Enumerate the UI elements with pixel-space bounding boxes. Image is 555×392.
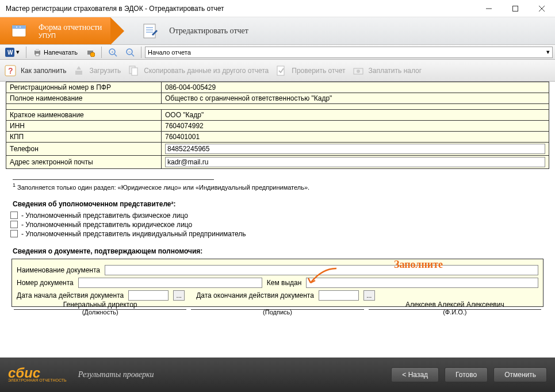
sign-position-sub: (Должность) xyxy=(12,309,189,316)
print-button[interactable]: Напечатать xyxy=(30,46,81,59)
sign-position: Генеральный директор xyxy=(12,301,189,309)
enddate-input[interactable] xyxy=(319,290,359,301)
copy-icon xyxy=(127,64,140,78)
howto-button[interactable]: ? Как заполнить xyxy=(3,64,66,78)
docnum-input[interactable] xyxy=(78,278,262,288)
document-area: Регистрационный номер в ПФР086-004-00542… xyxy=(0,82,555,351)
pay-tax-button[interactable]: Заплатить налог xyxy=(351,64,422,78)
edit-icon xyxy=(139,20,162,43)
svg-rect-29 xyxy=(132,68,137,75)
enddate-picker-button[interactable]: ... xyxy=(363,290,375,301)
shortname-value[interactable]: ООО "Кадр" xyxy=(162,110,549,121)
phone-label: Телефон xyxy=(6,143,162,156)
inn-value[interactable]: 7604074992 xyxy=(162,121,549,132)
doc-section-title: Сведения о документе, подтверждающем пол… xyxy=(13,247,549,255)
svg-rect-16 xyxy=(36,53,39,56)
email-label: Адрес электронной почты xyxy=(6,156,162,169)
shortname-label: Краткое наименование xyxy=(6,110,162,121)
startdate-label: Дата начала действия документа xyxy=(17,291,124,299)
rep-section-title: Сведения об уполномоченном представителе… xyxy=(13,200,549,208)
form-icon xyxy=(9,20,32,43)
issued-input[interactable] xyxy=(306,278,538,288)
kpp-value[interactable]: 760401001 xyxy=(162,132,549,143)
logo: сбис ЭЛЕКТРОННАЯ ОТЧЕТНОСТЬ xyxy=(8,367,67,382)
rep-chk-physical[interactable] xyxy=(10,212,18,219)
ready-button[interactable]: Готово xyxy=(445,367,488,382)
startdate-picker-button[interactable]: ... xyxy=(173,290,185,301)
sign-fio-sub: (Ф.И.О.) xyxy=(366,309,543,316)
toolbar-actions: ? Как заполнить Загрузить Скопировать да… xyxy=(0,60,555,82)
window-controls xyxy=(476,0,555,17)
startdate-input[interactable] xyxy=(128,290,169,301)
wizard-step1-sub: УПУП xyxy=(39,32,102,39)
svg-line-20 xyxy=(114,54,117,56)
reg-value[interactable]: 086-004-005429 xyxy=(162,82,549,93)
svg-rect-8 xyxy=(144,24,155,38)
minimize-button[interactable] xyxy=(476,0,502,17)
word-export-button[interactable]: W▾ xyxy=(2,46,22,59)
svg-point-32 xyxy=(357,70,360,73)
copy-data-button[interactable]: Скопировать данные из другого отчета xyxy=(127,64,269,78)
help-icon: ? xyxy=(3,64,17,78)
back-button[interactable]: < Назад xyxy=(391,367,439,382)
wizard-step-1[interactable]: Форма отчетности УПУП xyxy=(0,17,110,44)
rep-chk-ip[interactable] xyxy=(10,230,18,237)
maximize-button[interactable] xyxy=(502,0,529,17)
signature-row: Генеральный директор (Должность) (Подпис… xyxy=(12,309,543,316)
sign-signature-sub: (Подпись) xyxy=(189,309,366,316)
rep-opt1: - Уполномоченный представитель физическо… xyxy=(21,212,188,220)
svg-text:W: W xyxy=(7,49,13,56)
email-input[interactable] xyxy=(165,157,545,167)
zoom-in-button[interactable]: + xyxy=(105,46,120,59)
reg-label: Регистрационный номер в ПФР xyxy=(6,82,162,93)
close-button[interactable] xyxy=(529,0,555,17)
annotation-fill: Заполните xyxy=(394,259,443,271)
wizard-step-2[interactable]: Отредактировать отчет xyxy=(110,17,257,44)
enddate-label: Дата окончания действия документа xyxy=(196,291,314,299)
section-select[interactable]: Начало отчета▾ xyxy=(145,47,553,58)
kpp-label: КПП xyxy=(6,132,162,143)
money-icon xyxy=(351,64,365,78)
zoom-out-button[interactable]: − xyxy=(123,46,137,59)
rep-opt3: - Уполномоченный представитель индивидуа… xyxy=(21,230,246,238)
print-settings-button[interactable] xyxy=(83,46,98,59)
svg-point-6 xyxy=(16,26,17,28)
svg-point-7 xyxy=(20,26,21,28)
sign-fio: Алексеев Алексей Алексеевич xyxy=(366,301,543,309)
wizard-header: Форма отчетности УПУП Отредактировать от… xyxy=(0,17,555,45)
title-bar: Мастер регистрации страхователя в ЭДОК -… xyxy=(0,0,555,17)
footnote-1: 1 Заполняется только один раздел: «Юриди… xyxy=(13,182,549,191)
fullname-label: Полное наименование xyxy=(6,93,162,104)
load-button[interactable]: Загрузить xyxy=(72,64,121,78)
doc-info-box: Наименование документа Номер документа К… xyxy=(12,259,543,307)
cancel-button[interactable]: Отменить xyxy=(493,367,547,382)
rep-opt2: - Уполномоченный представитель юридическ… xyxy=(21,221,192,229)
window-title: Мастер регистрации страхователя в ЭДОК -… xyxy=(6,5,476,13)
svg-rect-27 xyxy=(75,71,82,75)
svg-text:+: + xyxy=(111,49,114,55)
svg-rect-1 xyxy=(513,6,518,11)
svg-rect-30 xyxy=(277,66,284,75)
footer-bar: сбис ЭЛЕКТРОННАЯ ОТЧЕТНОСТЬ Результаты п… xyxy=(0,358,555,392)
fullname-value[interactable]: Общество с ограниченной ответственностью… xyxy=(162,93,549,104)
rep-chk-legal[interactable] xyxy=(10,221,18,228)
svg-text:?: ? xyxy=(8,66,13,75)
phone-input[interactable] xyxy=(165,144,545,154)
check-icon xyxy=(274,64,288,78)
org-data-table: Регистрационный номер в ПФР086-004-00542… xyxy=(6,82,549,169)
docnum-label: Номер документа xyxy=(17,279,74,287)
svg-line-23 xyxy=(132,54,134,56)
toolbar-format: W▾ Напечатать + − Начало отчета▾ xyxy=(0,45,555,60)
docname-input[interactable] xyxy=(105,265,538,275)
inn-label: ИНН xyxy=(6,121,162,132)
chevron-down-icon: ▾ xyxy=(546,48,550,56)
upload-icon xyxy=(72,64,86,78)
svg-text:−: − xyxy=(128,49,131,55)
svg-rect-5 xyxy=(12,25,26,29)
check-report-button[interactable]: Проверить отчет xyxy=(274,64,345,78)
wizard-step2-title: Отредактировать отчет xyxy=(169,26,248,36)
issued-label: Кем выдан xyxy=(267,279,302,287)
svg-rect-15 xyxy=(36,49,39,51)
svg-point-18 xyxy=(90,52,95,57)
docname-label: Наименование документа xyxy=(17,266,100,274)
